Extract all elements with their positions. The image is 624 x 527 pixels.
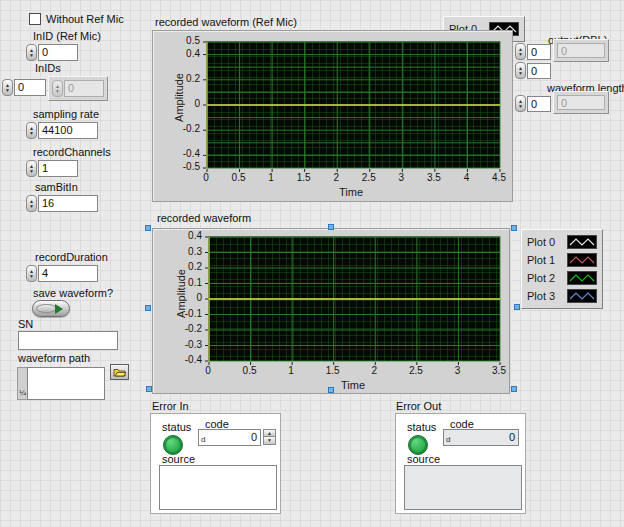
save-waveform-label: save waveform?	[33, 287, 113, 299]
y-tick-label: -0.5	[164, 161, 200, 172]
legend-plot-name: Plot 1	[527, 254, 563, 266]
sam-bit-in-label: samBitIn	[35, 181, 78, 193]
y-tick-label: 0	[164, 98, 200, 109]
error-out-status-led	[408, 435, 428, 455]
legend-plot-name: Plot 3	[527, 290, 563, 302]
spin-down-icon[interactable]: ▼	[263, 437, 276, 445]
plot-area[interactable]	[208, 236, 501, 362]
spin-up-icon[interactable]: ▲	[263, 429, 276, 437]
selection-handle[interactable]	[145, 305, 151, 311]
error-in-code-spinner[interactable]: ▲ ▼	[263, 429, 276, 445]
x-tick-label: 3	[386, 172, 416, 183]
record-duration-value[interactable]: 4	[38, 265, 98, 282]
legend-plot-name: Plot 2	[527, 272, 563, 284]
output-dbl-element-container: 0	[553, 39, 609, 62]
error-out-code-field: d 0	[443, 429, 519, 446]
waveform-length-index[interactable]: 0	[527, 96, 551, 112]
waveform-graph[interactable]: Amplitude Time 00.511.522.533.50.40.30.2…	[152, 228, 510, 394]
plot-sample-icon[interactable]	[567, 235, 597, 249]
plot-sample-icon[interactable]	[567, 289, 597, 303]
legend-item-plot-3[interactable]: Plot 3	[527, 287, 597, 305]
output-dbl-row-index-increment-decrement[interactable]: ▲▼	[515, 43, 526, 60]
inid-label: InID (Ref Mic)	[33, 30, 101, 42]
sam-bit-in-increment-decrement[interactable]: ▲▼	[26, 195, 37, 212]
selection-handle[interactable]	[514, 304, 520, 310]
inid-increment-decrement[interactable]: ▲▼	[26, 44, 37, 61]
output-dbl-col-index-increment-decrement[interactable]: ▲▼	[515, 62, 526, 79]
y-tick-label: 0.3	[166, 246, 202, 257]
radix-indicator[interactable]: d	[201, 435, 205, 444]
graph-ref-mic-title: recorded waveform (Ref Mic)	[155, 16, 297, 28]
legend-item-plot-0[interactable]: Plot 0	[527, 233, 597, 251]
x-tick-label: 4.5	[484, 172, 514, 183]
plot-area[interactable]	[206, 41, 501, 169]
inid-value[interactable]: 0	[38, 44, 78, 61]
plot-sample-icon[interactable]	[567, 253, 597, 267]
error-in-code-value: 0	[251, 431, 257, 443]
graph-legend: Plot 0Plot 1Plot 2Plot 3	[521, 229, 603, 309]
inids-element-container: ▲▼ 0	[48, 76, 108, 101]
selection-handle[interactable]	[511, 225, 517, 231]
x-tick-label: 0	[193, 365, 223, 376]
y-tick-label: 0.4	[164, 48, 200, 59]
waveform-graph-ref-mic[interactable]: Amplitude Time 00.511.522.533.544.50.50.…	[152, 30, 513, 202]
selection-handle[interactable]	[511, 386, 517, 392]
y-tick-label: 0	[166, 292, 202, 303]
selection-handle[interactable]	[328, 387, 334, 393]
x-tick-label: 1.5	[289, 172, 319, 183]
record-channels-increment-decrement[interactable]: ▲▼	[26, 160, 37, 177]
plot-sample-icon[interactable]	[567, 271, 597, 285]
output-dbl-element: 0	[557, 43, 605, 58]
selection-handle[interactable]	[328, 224, 334, 230]
output-dbl-row-index[interactable]: 0	[527, 44, 551, 60]
inids-element-value[interactable]: 0	[64, 80, 104, 97]
output-dbl-col-index[interactable]: 0	[527, 63, 551, 79]
y-tick-label: -0.2	[166, 323, 202, 334]
record-duration-increment-decrement[interactable]: ▲▼	[26, 265, 37, 282]
inids-label: InIDs	[35, 62, 61, 74]
y-tick-label: -0.4	[166, 354, 202, 365]
y-tick-label: 0.4	[166, 230, 202, 241]
sn-input[interactable]	[18, 331, 118, 350]
waveform-length-element: 0	[557, 95, 605, 110]
y-tick-label: -0.4	[164, 148, 200, 159]
x-tick-label: 1	[276, 365, 306, 376]
graph-title: recorded waveform	[157, 212, 251, 224]
waveform-path-input[interactable]	[27, 367, 105, 400]
x-tick-label: 0	[191, 172, 221, 183]
path-type-glyph[interactable]: ¼	[17, 367, 27, 400]
error-out-status-label: status	[407, 421, 436, 433]
x-tick-label: 0.5	[224, 172, 254, 183]
without-ref-mic-checkbox[interactable]	[29, 13, 41, 25]
error-in-cluster: status code d 0 ▲ ▼ source	[150, 413, 281, 514]
waveform-path-label: waveform path	[18, 352, 90, 364]
sampling-rate-value[interactable]: 44100	[38, 122, 98, 139]
waveform-length-index-increment-decrement[interactable]: ▲▼	[515, 95, 526, 112]
error-in-code-field[interactable]: d 0	[198, 429, 261, 446]
browse-button[interactable]	[110, 364, 129, 380]
legend-item-plot-1[interactable]: Plot 1	[527, 251, 597, 269]
legend-plot-name: Plot 0	[527, 236, 563, 248]
inids-index-increment-decrement[interactable]: ▲▼	[2, 79, 13, 96]
green-arrow-icon	[55, 304, 63, 314]
selection-handle[interactable]	[145, 225, 151, 231]
front-panel: Without Ref Mic InID (Ref Mic) ▲▼ 0 InID…	[0, 0, 624, 527]
x-tick-label: 4	[451, 172, 481, 183]
save-waveform-button[interactable]	[32, 300, 70, 317]
error-in-source-field[interactable]	[159, 465, 277, 510]
error-in-status-led[interactable]	[163, 435, 183, 455]
legend-item-plot-2[interactable]: Plot 2	[527, 269, 597, 287]
selection-handle[interactable]	[146, 386, 152, 392]
sam-bit-in-value[interactable]: 16	[38, 195, 98, 212]
y-tick-label: 0.5	[164, 35, 200, 46]
without-ref-mic-label: Without Ref Mic	[46, 13, 124, 25]
error-out-source-label: source	[407, 453, 440, 465]
x-tick-label: 2.5	[354, 172, 384, 183]
inids-element-increment-decrement[interactable]: ▲▼	[52, 80, 63, 97]
sampling-rate-increment-decrement[interactable]: ▲▼	[26, 122, 37, 139]
record-channels-value[interactable]: 1	[38, 160, 78, 177]
inids-index-value[interactable]: 0	[14, 79, 46, 96]
x-tick-label: 3.5	[484, 365, 514, 376]
x-tick-label: 3.5	[419, 172, 449, 183]
error-in-status-label: status	[162, 421, 191, 433]
